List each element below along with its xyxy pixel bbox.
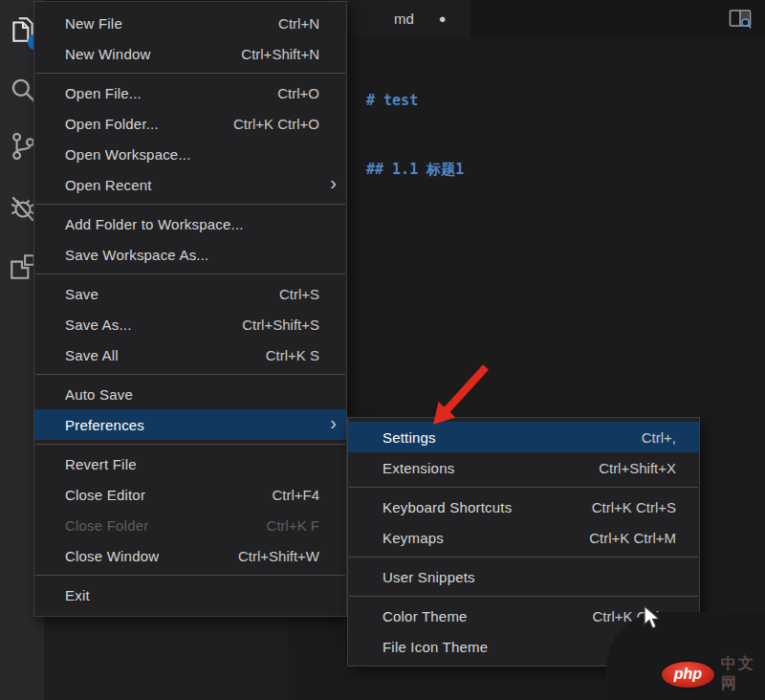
menu-item-label: Color Theme	[382, 608, 592, 624]
tab-md-file[interactable]: md ●	[331, 0, 470, 36]
menu-item-shortcut: Ctrl+F4	[272, 487, 319, 503]
chevron-right-icon: ›	[330, 172, 337, 194]
menu-separator	[349, 557, 698, 558]
menu-separator	[35, 204, 345, 205]
submenu-item-keymaps[interactable]: Keymaps Ctrl+K Ctrl+M	[348, 522, 699, 553]
code-line: # test	[366, 89, 464, 112]
watermark: php 中文网	[662, 654, 765, 694]
menu-item-label: Exit	[65, 587, 319, 603]
menu-item-shortcut: Ctrl+K S	[266, 347, 319, 363]
menu-item-shortcut: Ctrl+Shift+W	[238, 548, 319, 564]
menu-item-shortcut: Ctrl+,	[642, 429, 676, 446]
menu-item-label: Add Folder to Workspace...	[65, 216, 319, 232]
menu-item-save-workspace-as[interactable]: Save Workspace As...	[34, 239, 346, 270]
menu-item-exit[interactable]: Exit	[34, 580, 346, 610]
menu-item-shortcut: Ctrl+O	[277, 85, 319, 101]
mouse-cursor-icon	[643, 605, 664, 630]
menu-item-label: Auto Save	[65, 386, 319, 403]
menu-item-add-folder-to-workspace[interactable]: Add Folder to Workspace...	[34, 208, 346, 239]
menu-item-label: Revert File	[65, 456, 319, 472]
menu-item-shortcut: Ctrl+K F	[267, 517, 319, 534]
menu-separator	[35, 444, 345, 445]
menu-item-shortcut: Ctrl+Shift+X	[599, 460, 676, 476]
menu-item-shortcut: Ctrl+N	[278, 15, 319, 32]
menu-item-auto-save[interactable]: Auto Save	[34, 379, 346, 409]
menu-separator	[35, 575, 345, 576]
vscode-window: md ● # test ## 1.1 标题1 1	[0, 0, 765, 700]
menu-item-preferences[interactable]: Preferences ›	[34, 409, 346, 440]
menu-item-label: Save	[65, 286, 279, 302]
menu-item-open-file[interactable]: Open File... Ctrl+O	[34, 77, 346, 108]
file-menu: New File Ctrl+N New Window Ctrl+Shift+N …	[33, 1, 347, 617]
menu-item-label: Save As...	[65, 317, 242, 333]
menu-separator	[35, 73, 345, 74]
menu-item-shortcut: Ctrl+Shift+N	[241, 46, 319, 62]
menu-item-label: Close Folder	[65, 517, 267, 534]
open-preview-side-button[interactable]	[727, 8, 755, 31]
tab-label: md	[394, 11, 414, 27]
menu-item-label: Preferences	[65, 417, 319, 433]
menu-item-label: Close Window	[65, 548, 238, 564]
red-arrow-annotation	[419, 360, 499, 436]
menu-item-label: Keyboard Shortcuts	[382, 499, 592, 515]
menu-item-revert-file[interactable]: Revert File	[34, 448, 346, 479]
menu-item-shortcut: Ctrl+K Ctrl+M	[589, 530, 676, 546]
menu-item-label: Save Workspace As...	[65, 247, 319, 263]
menu-separator	[35, 374, 345, 375]
menu-item-save-as[interactable]: Save As... Ctrl+Shift+S	[34, 309, 346, 339]
menu-item-shortcut: Ctrl+Shift+S	[242, 317, 319, 333]
menu-item-label: Open Recent	[65, 177, 319, 193]
php-logo: php	[662, 662, 714, 688]
menu-item-shortcut: Ctrl+S	[279, 286, 319, 302]
menu-item-save-all[interactable]: Save All Ctrl+K S	[34, 339, 346, 370]
submenu-item-extensions[interactable]: Extensions Ctrl+Shift+X	[348, 452, 699, 483]
watermark-text: 中文网	[721, 654, 765, 694]
chevron-right-icon: ›	[330, 412, 337, 434]
menu-item-label: Save All	[65, 347, 266, 363]
menu-item-label: New Window	[65, 46, 241, 62]
dirty-dot-icon: ●	[439, 12, 447, 25]
menu-item-new-window[interactable]: New Window Ctrl+Shift+N	[34, 38, 346, 69]
menu-separator	[349, 487, 698, 488]
menu-item-new-file[interactable]: New File Ctrl+N	[34, 8, 346, 38]
menu-item-open-folder[interactable]: Open Folder... Ctrl+K Ctrl+O	[34, 108, 346, 139]
menu-item-close-window[interactable]: Close Window Ctrl+Shift+W	[34, 540, 346, 571]
submenu-item-user-snippets[interactable]: User Snippets	[348, 561, 699, 592]
menu-item-label: Keymaps	[382, 530, 589, 546]
menu-item-label: Close Editor	[65, 487, 272, 503]
menu-item-close-editor[interactable]: Close Editor Ctrl+F4	[34, 479, 346, 510]
menu-item-shortcut: Ctrl+K Ctrl+O	[233, 116, 319, 132]
menu-item-shortcut: Ctrl+K Ctrl+S	[592, 499, 676, 515]
menu-item-label: New File	[65, 15, 278, 32]
submenu-item-settings[interactable]: Settings Ctrl+,	[348, 422, 699, 452]
menu-item-label: Open Folder...	[65, 116, 233, 132]
menu-separator	[35, 273, 345, 274]
menu-item-open-workspace[interactable]: Open Workspace...	[34, 139, 346, 169]
menu-item-label: Open File...	[65, 85, 277, 101]
markdown-preview-icon	[729, 9, 754, 30]
submenu-item-keyboard-shortcuts[interactable]: Keyboard Shortcuts Ctrl+K Ctrl+S	[348, 492, 699, 522]
menu-item-close-folder: Close Folder Ctrl+K F	[34, 510, 346, 540]
menu-item-label: Extensions	[382, 460, 599, 476]
menu-item-save[interactable]: Save Ctrl+S	[34, 278, 346, 309]
code-line: ## 1.1 标题1	[366, 158, 464, 181]
menu-item-label: User Snippets	[382, 569, 676, 585]
menu-item-open-recent[interactable]: Open Recent ›	[34, 169, 346, 200]
menu-item-label: Open Workspace...	[65, 146, 319, 163]
menu-separator	[349, 596, 698, 597]
editor-code-area[interactable]: # test ## 1.1 标题1	[366, 43, 464, 227]
